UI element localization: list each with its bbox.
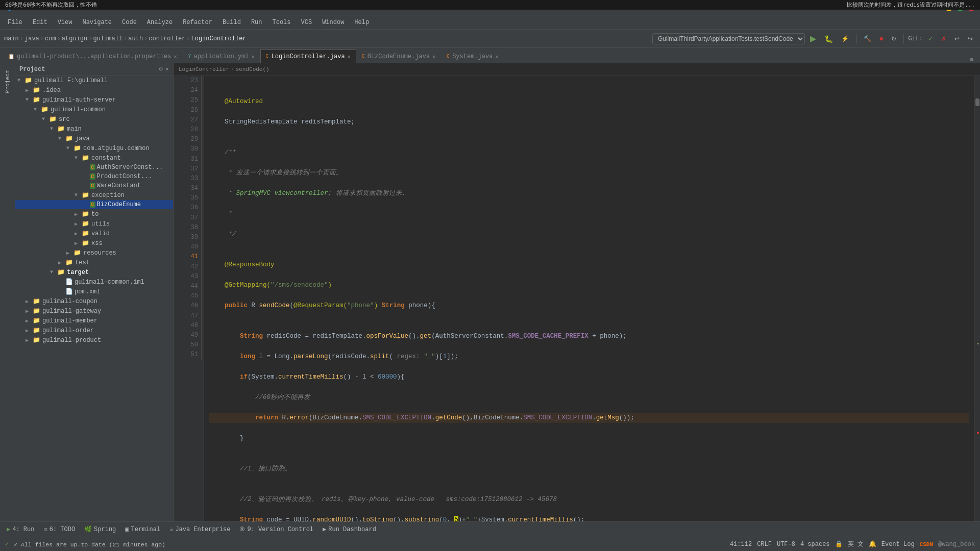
breadcrumb-controller[interactable]: controller <box>149 35 185 42</box>
tree-gulimall-root[interactable]: ▼ 📁 gulimall F:\gulimall <box>15 76 173 85</box>
undo-button[interactable]: ↩ <box>951 34 963 44</box>
tab-extra[interactable]: ≡ <box>970 57 973 63</box>
tree-pom-xml[interactable]: 📄 pom.xml <box>15 287 173 296</box>
tree-product[interactable]: ▶ 📁 gulimall-product <box>15 335 173 345</box>
nav-login-controller[interactable]: LoginController <box>179 66 229 72</box>
version-control-button[interactable]: ⑨ 9: Version Control <box>235 524 317 534</box>
stop-button[interactable]: ■ <box>876 34 886 44</box>
terminal-button[interactable]: ▣ Terminal <box>121 524 164 534</box>
tree-gateway[interactable]: ▶ 📁 gulimall-gateway <box>15 306 173 316</box>
tree-com-atguigu[interactable]: ▼ 📁 com.atguigu.common <box>15 143 173 153</box>
menu-navigate[interactable]: Navigate <box>77 17 117 28</box>
menu-code[interactable]: Code <box>117 17 142 28</box>
tab-login-controller[interactable]: C LoginController.java ✕ <box>260 49 356 63</box>
tree-constant[interactable]: ▼ 📁 constant <box>15 153 173 163</box>
breadcrumb-main[interactable]: main <box>4 35 19 42</box>
tree-coupon[interactable]: ▶ 📁 gulimall-coupon <box>15 296 173 306</box>
tree-src[interactable]: ▼ 📁 src <box>15 114 173 124</box>
tree-target[interactable]: ▼ 📁 target <box>15 267 173 277</box>
breadcrumb-logincontroller[interactable]: LoginController <box>191 35 247 42</box>
debug-button[interactable]: 🐛 <box>821 33 836 44</box>
redo-button[interactable]: ↪ <box>965 34 976 44</box>
tree-to[interactable]: ▶ 📁 to <box>15 209 173 219</box>
menu-refactor[interactable]: Refactor <box>178 17 217 28</box>
java-enterprise-button[interactable]: ☕ Java Enterprise <box>165 524 234 534</box>
git-check[interactable]: ✓ <box>925 34 936 44</box>
folder-icon: 📁 <box>74 144 81 152</box>
menu-window[interactable]: Window <box>317 17 349 28</box>
sidebar-close-icon[interactable]: ✕ <box>165 65 169 73</box>
tree-test[interactable]: ▶ 📁 test <box>15 258 173 267</box>
tree-auth-server[interactable]: ▼ 📁 gulimall-auth-server <box>15 95 173 105</box>
breadcrumb-auth[interactable]: auth <box>128 35 143 42</box>
todo-button[interactable]: ☑ 6: TODO <box>39 524 79 534</box>
update-button[interactable]: ↻ <box>888 34 899 44</box>
menu-help[interactable]: Help <box>349 17 374 28</box>
code-editor[interactable]: 23 24 25 26 27 28 29 30 31 32 33 34 <box>174 76 980 521</box>
tree-utils[interactable]: ▶ 📁 utils <box>15 219 173 229</box>
tree-exception[interactable]: ▼ 📁 exception <box>15 190 173 200</box>
folder-icon: 📁 <box>33 336 40 344</box>
line-numbers: 23 24 25 26 27 28 29 30 31 32 33 34 <box>184 76 202 360</box>
tree-ware-constant[interactable]: C WareConstant <box>15 181 173 190</box>
indent-info[interactable]: 4 spaces <box>800 541 830 548</box>
coverage-button[interactable]: ⚡ <box>838 34 852 44</box>
menu-tools[interactable]: Tools <box>267 17 296 28</box>
folder-icon: 📁 <box>74 249 81 257</box>
breadcrumb-java[interactable]: java <box>24 35 39 42</box>
tree-valid[interactable]: ▶ 📁 valid <box>15 229 173 238</box>
left-panel-project[interactable]: Project <box>3 67 12 96</box>
tree-idea[interactable]: ▶ 📁 .idea <box>15 85 173 95</box>
tab-system-java[interactable]: C System.java ✕ <box>441 49 504 63</box>
menu-vcs[interactable]: VCS <box>296 17 317 28</box>
cursor-position[interactable]: 41:112 <box>730 541 752 548</box>
code-content[interactable]: @Autowired StringRedisTemplate redisTemp… <box>204 76 974 521</box>
breadcrumb-com[interactable]: com <box>45 35 56 42</box>
tree-java[interactable]: ▼ 📁 java <box>15 134 173 143</box>
charset[interactable]: UTF-8 <box>777 541 795 548</box>
menu-file[interactable]: File <box>3 17 28 28</box>
tree-order[interactable]: ▶ 📁 gulimall-order <box>15 325 173 335</box>
tree-product-const[interactable]: C ProductConst... <box>15 172 173 181</box>
tree-auth-server-const[interactable]: C AuthServerConst... <box>15 163 173 172</box>
tree-gulimall-common-iml[interactable]: 📄 gulimall-common.iml <box>15 277 173 287</box>
breadcrumb-atguigu[interactable]: atguigu <box>62 35 87 42</box>
left-panel: Project <box>0 63 15 521</box>
tab-application-properties[interactable]: 📋 gulimall-product\...application.proper… <box>3 49 182 63</box>
tab-application-yml[interactable]: Y application.yml ✕ <box>182 49 260 63</box>
tree-gulimall-common[interactable]: ▼ 📁 gulimall-common <box>15 105 173 114</box>
tab-close-system[interactable]: ✕ <box>495 54 498 60</box>
folder-icon: 📁 <box>65 135 73 142</box>
tree-label: test <box>75 259 90 266</box>
run-button[interactable]: ▶ <box>807 32 819 45</box>
menu-view[interactable]: View <box>53 17 78 28</box>
sidebar-settings-icon[interactable]: ⚙ <box>159 65 163 73</box>
tab-close-properties[interactable]: ✕ <box>174 54 177 60</box>
spring-button[interactable]: 🌿 Spring <box>80 524 120 534</box>
run-panel-button[interactable]: ▶ 4: Run <box>3 524 38 534</box>
run-dashboard-button[interactable]: ▶ Run Dashboard <box>318 524 380 534</box>
tree-xss[interactable]: ▶ 📁 xss <box>15 238 173 248</box>
tree-resources[interactable]: ▶ 📁 resources <box>15 248 173 258</box>
tab-close-biz[interactable]: ✕ <box>432 54 435 60</box>
folder-icon: 📁 <box>33 86 40 94</box>
nav-send-code[interactable]: sendCode() <box>236 66 270 72</box>
tree-biz-code-enume[interactable]: C BizCodeEnume <box>15 200 173 209</box>
right-scrollbar[interactable] <box>974 76 980 521</box>
breadcrumb-gulimall[interactable]: gulimall <box>93 35 122 42</box>
menu-edit[interactable]: Edit <box>28 17 53 28</box>
menu-build[interactable]: Build <box>217 17 246 28</box>
event-log[interactable]: Event Log <box>881 541 915 548</box>
tab-biz-code-enume[interactable]: C BizCodeEnume.java ✕ <box>356 49 441 63</box>
tree-main[interactable]: ▼ 📁 main <box>15 124 173 134</box>
build-button[interactable]: 🔨 <box>861 34 874 44</box>
menu-analyze[interactable]: Analyze <box>142 17 178 28</box>
tree-member[interactable]: ▶ 📁 gulimall-member <box>15 316 173 325</box>
line-separator[interactable]: CRLF <box>757 541 772 548</box>
git-cross[interactable]: ✗ <box>938 34 949 44</box>
tab-close-login[interactable]: ✕ <box>348 54 351 60</box>
tab-close-yml[interactable]: ✕ <box>252 54 255 60</box>
run-config-dropdown[interactable]: GulimallThirdPartyApplicationTests.testS… <box>652 33 805 44</box>
menu-run[interactable]: Run <box>246 17 267 28</box>
notifications-icon[interactable]: 🔔 <box>869 540 876 548</box>
